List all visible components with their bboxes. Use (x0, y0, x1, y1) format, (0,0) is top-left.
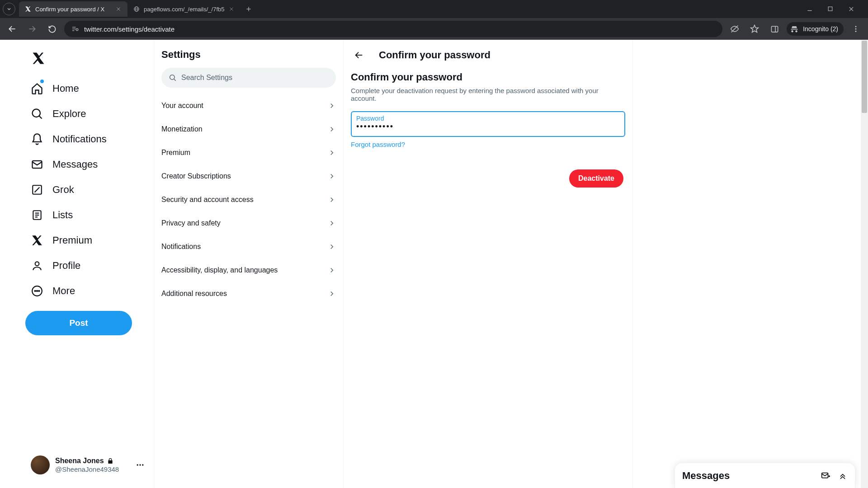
nav-explore[interactable]: Explore (25, 101, 150, 127)
password-input[interactable] (356, 122, 620, 131)
settings-item-label: Monetization (161, 125, 203, 133)
nav-label: More (52, 285, 75, 297)
settings-item-accessibility[interactable]: Accessibility, display, and languages (154, 258, 343, 282)
chevron-right-icon (328, 266, 336, 274)
settings-item-label: Your account (161, 102, 203, 110)
tab-title: pageflows.com/_/emails/_/7fb5 (144, 6, 224, 13)
forgot-password-link[interactable]: Forgot password? (351, 141, 405, 148)
svg-point-18 (76, 28, 78, 31)
toolbar-right-icons: Incognito (2) (727, 21, 863, 37)
svg-point-23 (855, 26, 857, 27)
scrollbar[interactable] (861, 40, 868, 488)
settings-item-notifications[interactable]: Notifications (154, 235, 343, 258)
svg-point-39 (38, 291, 39, 291)
settings-item-label: Security and account access (161, 196, 254, 204)
page: Home Explore Notifications Messages Grok (0, 40, 868, 488)
search-icon (31, 108, 43, 120)
expand-drawer-icon[interactable] (838, 471, 848, 481)
settings-item-label: Premium (161, 149, 190, 157)
nav-reload-button[interactable] (44, 21, 60, 37)
settings-search-input[interactable] (181, 74, 329, 82)
tab-close-icon[interactable] (115, 5, 122, 13)
svg-marker-20 (751, 25, 759, 33)
settings-item-premium[interactable]: Premium (154, 141, 343, 164)
back-button[interactable] (351, 47, 367, 63)
nav-home[interactable]: Home (25, 76, 150, 101)
incognito-label: Incognito (2) (803, 25, 838, 33)
side-panel-icon[interactable] (767, 21, 782, 37)
svg-point-43 (170, 75, 175, 80)
settings-item-additional[interactable]: Additional resources (154, 282, 343, 305)
settings-column: Settings Your account Monetization Premi… (154, 40, 344, 488)
deactivate-button[interactable]: Deactivate (569, 169, 623, 188)
nav-notifications[interactable]: Notifications (25, 127, 150, 152)
settings-item-your-account[interactable]: Your account (154, 94, 343, 117)
account-switcher[interactable]: Sheena Jones @SheenaJone49348 (25, 451, 150, 479)
avatar (31, 455, 50, 474)
nav-more[interactable]: More (25, 278, 150, 304)
settings-item-label: Creator Subscriptions (161, 172, 231, 180)
tab-search-button[interactable] (3, 3, 15, 15)
x-icon (31, 234, 43, 247)
nav-messages[interactable]: Messages (25, 152, 150, 177)
detail-column: Confirm your password Confirm your passw… (344, 40, 633, 488)
mail-icon (31, 158, 43, 171)
svg-point-37 (35, 291, 36, 291)
ellipsis-icon[interactable] (136, 460, 145, 469)
window-controls (807, 6, 865, 12)
messages-drawer[interactable]: Messages (675, 463, 855, 488)
nav-label: Home (52, 83, 79, 94)
nav-forward-button[interactable] (24, 21, 40, 37)
settings-item-creator-subscriptions[interactable]: Creator Subscriptions (154, 164, 343, 188)
incognito-icon (789, 24, 799, 34)
lists-icon (31, 209, 43, 221)
window-close-button[interactable] (848, 6, 859, 12)
detail-body: Confirm your password Complete your deac… (344, 70, 632, 189)
bookmark-star-icon[interactable] (747, 21, 762, 37)
scrollbar-thumb[interactable] (862, 41, 867, 113)
account-display-name: Sheena Jones (55, 456, 104, 465)
x-favicon-icon (24, 5, 32, 13)
settings-search[interactable] (161, 68, 336, 88)
chevron-right-icon (328, 290, 336, 298)
new-message-icon[interactable] (821, 471, 830, 481)
window-maximize-button[interactable] (827, 6, 838, 12)
chevron-right-icon (328, 102, 336, 110)
settings-item-security[interactable]: Security and account access (154, 188, 343, 211)
svg-point-38 (37, 291, 38, 291)
messages-drawer-title: Messages (682, 470, 730, 482)
browser-tab[interactable]: pageflows.com/_/emails/_/7fb5 (127, 1, 241, 17)
kebab-menu-icon[interactable] (848, 21, 863, 37)
chevron-right-icon (328, 125, 336, 133)
post-button[interactable]: Post (25, 311, 132, 335)
home-icon (31, 82, 43, 95)
eye-off-icon[interactable] (727, 21, 742, 37)
new-tab-button[interactable] (242, 3, 255, 15)
settings-item-privacy[interactable]: Privacy and safety (154, 211, 343, 235)
tab-close-icon[interactable] (228, 5, 235, 13)
address-bar-url: twitter.com/settings/deactivate (84, 25, 175, 33)
nav-back-button[interactable] (5, 21, 20, 37)
chevron-right-icon (328, 219, 336, 227)
x-logo-icon[interactable] (27, 47, 50, 70)
tab-strip: Confirm your password / X pageflows.com/… (0, 0, 868, 18)
svg-point-25 (855, 31, 857, 32)
chevron-right-icon (328, 243, 336, 251)
nav-lists[interactable]: Lists (25, 202, 150, 228)
nav-grok[interactable]: Grok (25, 177, 150, 202)
lock-icon (107, 457, 114, 465)
browser-tab-active[interactable]: Confirm your password / X (19, 1, 127, 17)
search-icon (169, 74, 177, 82)
grok-icon (31, 183, 43, 196)
site-info-icon[interactable] (71, 24, 80, 33)
window-minimize-button[interactable] (807, 6, 817, 12)
settings-item-monetization[interactable]: Monetization (154, 117, 343, 141)
browser-toolbar: twitter.com/settings/deactivate Incognit… (0, 18, 868, 40)
nav-profile[interactable]: Profile (25, 253, 150, 278)
incognito-chip[interactable]: Incognito (2) (787, 22, 844, 36)
account-handle: @SheenaJone49348 (55, 465, 119, 474)
password-field[interactable]: Password (351, 111, 625, 137)
nav-premium[interactable]: Premium (25, 228, 150, 253)
settings-title: Settings (154, 44, 343, 68)
address-bar[interactable]: twitter.com/settings/deactivate (64, 21, 722, 37)
